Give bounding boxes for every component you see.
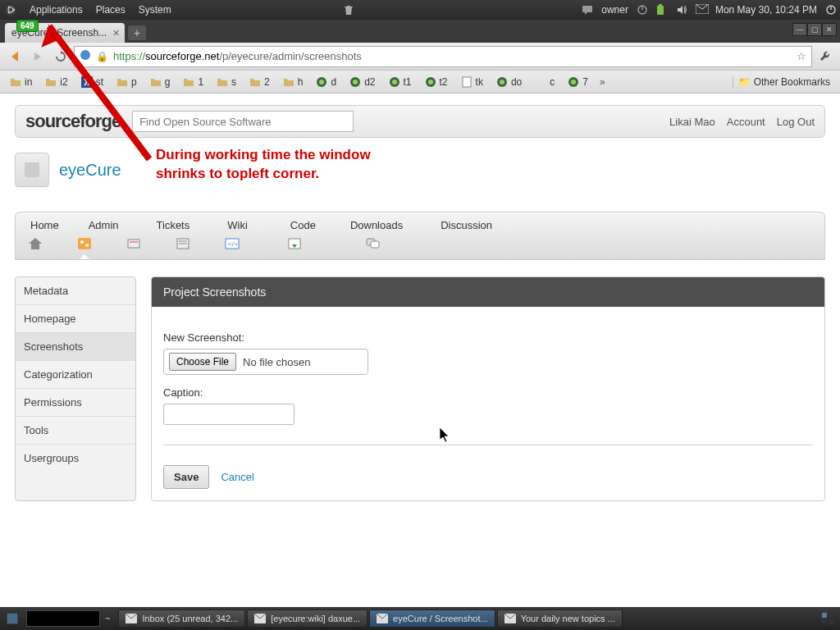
account-link[interactable]: Account <box>727 116 765 128</box>
discussion-tab-icon[interactable] <box>365 236 381 251</box>
wiki-tab-icon[interactable] <box>175 236 191 251</box>
owner-label[interactable]: owner <box>601 4 628 16</box>
tickets-tab-icon[interactable] <box>126 236 142 251</box>
nav-tab[interactable]: Home <box>27 219 62 231</box>
sidebar-item[interactable]: Categorization <box>16 361 135 389</box>
code-tab-icon[interactable]: </> <box>224 236 240 251</box>
bookmark-icon <box>150 76 162 88</box>
nav-tab[interactable]: Discussion <box>437 219 495 231</box>
bookmark-icon <box>45 76 57 88</box>
sidebar-item[interactable]: Metadata <box>16 277 135 305</box>
gnome-menu-applications[interactable]: Applications <box>23 4 89 16</box>
window-controls: — ▢ ✕ <box>792 23 837 36</box>
clock[interactable]: Mon May 30, 10:24 PM <box>715 4 817 16</box>
sidebar-item[interactable]: Tools <box>16 417 135 445</box>
wrench-menu-icon[interactable] <box>815 47 835 66</box>
bookmark-icon <box>568 76 579 88</box>
shutdown-icon[interactable] <box>825 4 837 16</box>
show-desktop-icon[interactable] <box>3 609 21 628</box>
sidebar-item[interactable]: Permissions <box>16 389 135 417</box>
bookmark-item[interactable]: i2 <box>40 75 72 89</box>
workspace-switcher-icon[interactable] <box>819 609 837 628</box>
bookmark-star-icon[interactable]: ☆ <box>797 50 806 62</box>
cancel-link[interactable]: Cancel <box>221 471 253 483</box>
taskbar-item[interactable]: eyeCure / Screenshot... <box>369 609 495 628</box>
bookmark-item[interactable]: 1 <box>178 75 208 89</box>
nav-tab[interactable]: Downloads <box>347 219 406 231</box>
annotation-badge: 649 <box>16 20 39 32</box>
bookmark-item[interactable]: d <box>311 75 341 89</box>
admin-tab-icon[interactable] <box>76 236 93 251</box>
bookmark-item[interactable]: d2 <box>345 75 380 89</box>
bookmark-icon <box>461 76 472 88</box>
file-input[interactable]: Choose File No file chosen <box>163 349 368 375</box>
nav-tab[interactable]: Code <box>287 219 319 231</box>
back-button[interactable] <box>5 47 25 66</box>
project-name-link[interactable]: eyeCure <box>59 161 121 180</box>
trash-icon[interactable] <box>342 3 355 16</box>
logout-link[interactable]: Log Out <box>777 116 815 128</box>
bookmark-item[interactable]: t2 <box>420 75 453 89</box>
new-tab-button[interactable]: + <box>128 25 146 40</box>
ubuntu-logo-icon[interactable] <box>3 2 18 17</box>
tab-strip: eyeCure / Screensh... ✕ + — ▢ ✕ <box>0 20 840 43</box>
bookmark-item[interactable]: t1 <box>384 75 417 89</box>
terminal-indicator[interactable] <box>26 610 100 627</box>
power-icon[interactable] <box>637 4 648 16</box>
bookmark-item[interactable]: c <box>530 75 559 89</box>
tab-close-icon[interactable]: ✕ <box>112 28 120 39</box>
chat-icon[interactable] <box>582 4 593 16</box>
search-input[interactable] <box>132 111 354 132</box>
save-button[interactable]: Save <box>163 465 209 489</box>
sidebar-item[interactable]: Homepage <box>16 305 135 333</box>
downloads-tab-icon[interactable] <box>286 236 303 251</box>
bookmark-item[interactable]: 2 <box>244 75 275 89</box>
gnome-menu-system[interactable]: System <box>132 4 178 16</box>
mail-icon[interactable] <box>696 4 707 16</box>
divider <box>163 445 813 445</box>
user-name[interactable]: Likai Mao <box>669 116 715 128</box>
volume-icon[interactable] <box>676 4 687 16</box>
forward-button[interactable] <box>28 47 48 66</box>
choose-file-button[interactable]: Choose File <box>169 353 236 371</box>
taskbar-item[interactable]: [eyecure:wiki] daxue... <box>247 609 368 628</box>
svg-rect-41 <box>371 241 379 248</box>
bookmark-item[interactable]: 7 <box>563 75 593 89</box>
bookmark-item[interactable]: g <box>145 75 176 89</box>
taskbar-item[interactable]: Inbox (25 unread, 342... <box>118 609 245 628</box>
project-header: eyeCure <box>15 153 825 187</box>
browser-toolbar: 🔒 https://sourceforge.net/p/eyecure/admi… <box>0 43 840 71</box>
other-bookmarks[interactable]: 📁 Other Bookmarks <box>733 76 835 88</box>
bookmark-icon <box>249 76 261 88</box>
minimize-icon[interactable]: — <box>792 23 807 36</box>
sidebar-item[interactable]: Usergroups <box>16 445 135 472</box>
bookmark-icon <box>535 76 546 88</box>
battery-icon[interactable] <box>656 4 668 16</box>
mail-icon <box>504 614 516 623</box>
bookmarks-overflow-icon[interactable]: » <box>596 76 609 88</box>
nav-tab[interactable]: Wiki <box>224 219 251 231</box>
taskbar-item[interactable]: Your daily new topics ... <box>497 609 623 628</box>
svg-rect-50 <box>829 619 833 624</box>
bookmark-item[interactable]: do <box>491 75 527 89</box>
home-tab-icon[interactable] <box>27 236 43 251</box>
gnome-top-panel: Applications Places System owner Mon May… <box>0 0 840 20</box>
svg-point-25 <box>500 80 504 84</box>
sourceforge-logo[interactable]: sourceforge <box>25 111 121 132</box>
reload-button[interactable] <box>51 47 71 66</box>
address-bar[interactable]: 🔒 https://sourceforge.net/p/eyecure/admi… <box>74 46 812 67</box>
svg-rect-5 <box>582 6 592 12</box>
gnome-menu-places[interactable]: Places <box>89 4 132 16</box>
sidebar-item[interactable]: Screenshots <box>16 333 135 361</box>
bookmark-item[interactable]: h <box>278 75 308 89</box>
bookmark-item[interactable]: s <box>212 75 241 89</box>
bookmark-item[interactable]: st <box>76 75 108 89</box>
close-window-icon[interactable]: ✕ <box>822 23 837 36</box>
caption-input[interactable] <box>163 404 294 425</box>
bookmark-item[interactable]: in <box>5 75 37 89</box>
bookmark-item[interactable]: p <box>112 75 142 89</box>
bookmark-item[interactable]: tk <box>456 75 488 89</box>
maximize-icon[interactable]: ▢ <box>807 23 822 36</box>
nav-tab[interactable]: Admin <box>85 219 122 231</box>
nav-tab[interactable]: Tickets <box>153 219 194 231</box>
